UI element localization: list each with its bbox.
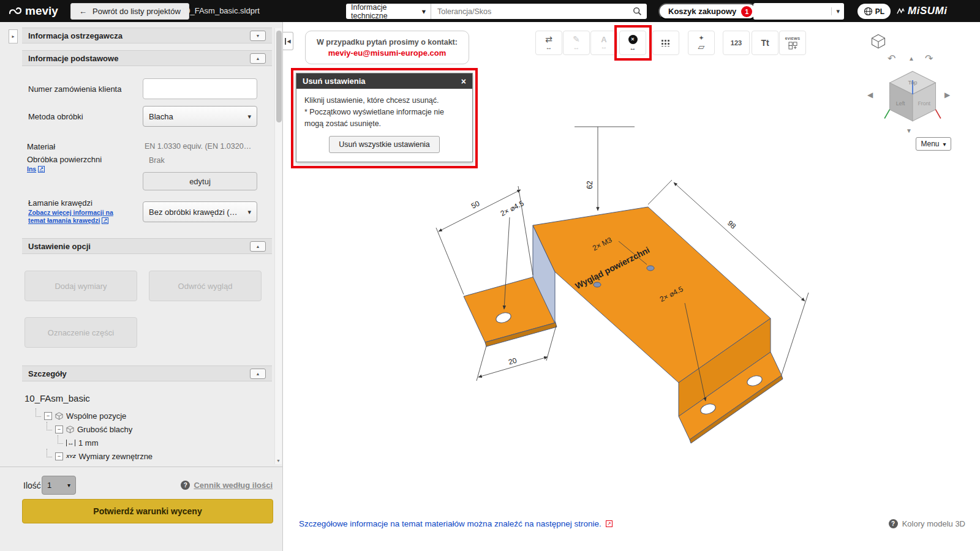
- ins-link[interactable]: Ins ↗: [27, 165, 45, 173]
- popup-text-1: Kliknij ustawienie, które chcesz usunąć.: [304, 95, 464, 107]
- back-to-projects-button[interactable]: ← Powrót do listy projektów: [70, 3, 189, 20]
- panel-header-details[interactable]: Szczegóły ▲: [22, 365, 272, 381]
- model-m3-hole-2[interactable]: [647, 266, 654, 271]
- sidebar-footer: Ilość 1 ▾ ? Cennik według ilości Potwier…: [0, 467, 282, 551]
- hole-pattern-button[interactable]: [652, 31, 679, 55]
- flip-appearance-button[interactable]: Odwróć wygląd: [149, 271, 262, 301]
- method-value: Blacha: [149, 112, 173, 121]
- view-cube-left-label[interactable]: Left: [896, 100, 905, 107]
- tilt-up-icon[interactable]: ▲: [908, 55, 914, 62]
- tree-node-outer-dimensions[interactable]: − XYZ Wymiary zewnętrzne: [47, 449, 153, 464]
- surface-label: Obróbka powierzchni: [27, 155, 102, 164]
- swap-views-button[interactable]: ⇄ ↔: [535, 31, 562, 55]
- collapse-bar: [285, 38, 286, 45]
- numbering-button[interactable]: 123: [723, 31, 750, 55]
- view-menu-button[interactable]: Menu ▾: [916, 137, 951, 151]
- add-dimensions-button[interactable]: Dodaj wymiary: [24, 271, 137, 301]
- view-cube-top-label[interactable]: Top: [908, 80, 917, 86]
- view-cube[interactable]: Top Left Front: [882, 65, 943, 126]
- scrollbar-down-arrow[interactable]: ▼: [275, 459, 282, 463]
- technical-info-select[interactable]: Informacje techniczne ▾: [346, 4, 431, 19]
- order-number-input[interactable]: [143, 78, 257, 99]
- tree-collapse-icon[interactable]: −: [55, 425, 63, 433]
- materials-info-link[interactable]: Szczegółowe informacje na temat materiał…: [299, 519, 612, 528]
- tree-root-node[interactable]: 10_FAsm_basic: [24, 393, 90, 403]
- rotate-left-icon[interactable]: ↶: [888, 53, 895, 64]
- cart-button[interactable]: Koszyk zakupowy 1: [658, 3, 757, 20]
- delete-all-settings-button[interactable]: Usuń wszystkie ustawienia: [329, 136, 440, 153]
- contact-line: W przypadku pytań prosimy o kontakt:: [317, 38, 458, 47]
- ins-link-label: Ins: [27, 165, 36, 173]
- materials-link-label: Szczegółowe informacje na temat materiał…: [299, 519, 601, 528]
- dim-62[interactable]: 62: [586, 181, 594, 189]
- dim-20[interactable]: 20: [508, 356, 518, 366]
- pencil-icon: ✎: [573, 35, 580, 43]
- edge-break-info-link[interactable]: Zobacz więcej informacji na: [28, 209, 113, 216]
- dim-holes-left[interactable]: 2× ⌀4.5: [499, 199, 526, 218]
- rotate-right-icon[interactable]: ↷: [925, 53, 933, 64]
- text-dimension-button[interactable]: A ↔: [590, 31, 617, 55]
- close-icon[interactable]: ×: [461, 77, 466, 86]
- panel-details-title: Szczegóły: [28, 369, 67, 378]
- contact-email-link[interactable]: meviy-eu@misumi-europe.com: [328, 48, 447, 58]
- edge-break-select[interactable]: Bez obróbki krawędzi (… ▾: [143, 201, 257, 222]
- panel-details-toggle-button[interactable]: ▲: [250, 369, 266, 379]
- dim-50[interactable]: 50: [470, 199, 481, 211]
- edge-break-info-link-2[interactable]: temat łamania krawędzi ↗: [28, 217, 108, 224]
- delete-dimension-button[interactable]: × ↔: [619, 31, 646, 55]
- xyz-axes-icon: XYZ: [66, 454, 76, 459]
- tree-collapse-icon[interactable]: −: [44, 412, 52, 420]
- warning-panel-expand-handle[interactable]: ▸: [9, 29, 18, 43]
- numbers-icon: 123: [731, 40, 742, 47]
- meviy-logo[interactable]: meviy: [9, 4, 58, 18]
- sidebar-scrollbar[interactable]: ▼: [274, 28, 282, 464]
- popup-body: Kliknij ustawienie, które chcesz usunąć.…: [296, 89, 472, 162]
- dim-98[interactable]: 98: [726, 219, 738, 231]
- method-select[interactable]: Blacha ▾: [143, 106, 257, 127]
- model-m3-hole-1[interactable]: [594, 282, 601, 287]
- search-icon[interactable]: [633, 7, 642, 16]
- chevron-up-icon: ▲: [256, 244, 260, 249]
- quantity-select[interactable]: 1 ▾: [42, 476, 76, 495]
- viewer-canvas[interactable]: ◀ W przypadku pytań prosimy o kontakt: m…: [283, 22, 980, 551]
- panel-warning-toggle-button[interactable]: ▼: [250, 31, 266, 41]
- letter-a-icon: A: [601, 36, 606, 43]
- confirm-quote-button[interactable]: Potwierdź warunki wyceny: [22, 499, 273, 523]
- panel-basic-title: Informacje podstawowe: [28, 54, 118, 63]
- tree-connector: [47, 449, 52, 457]
- external-link-icon: ↗: [102, 217, 108, 224]
- view-cube-front-label[interactable]: Front: [918, 100, 930, 107]
- six-views-label: 6VIEWS: [785, 37, 800, 41]
- six-views-button[interactable]: 6VIEWS: [779, 31, 806, 55]
- dimension-arrow-icon: ↔: [573, 44, 580, 51]
- search-input[interactable]: [431, 7, 633, 16]
- contact-box: W przypadku pytań prosimy o kontakt: mev…: [305, 31, 469, 64]
- external-link-icon: ↗: [606, 520, 612, 527]
- panel-header-basic-info[interactable]: Informacje podstawowe ▲: [22, 50, 272, 66]
- project-select[interactable]: ▾: [753, 3, 844, 20]
- chevron-down-icon: ▾: [247, 208, 251, 216]
- tilt-down-icon[interactable]: ▼: [906, 127, 912, 134]
- edit-dimension-button[interactable]: ✎ ↔: [563, 31, 590, 55]
- text-tool-button[interactable]: Tt: [752, 31, 778, 55]
- rotate-left-face-icon[interactable]: ◀: [867, 91, 873, 99]
- panel-header-warning[interactable]: Informacja ostrzegawcza ▼: [22, 28, 272, 43]
- edit-button[interactable]: edytuj: [143, 172, 257, 190]
- scrollbar-thumb[interactable]: [276, 31, 282, 122]
- panel-basic-toggle-button[interactable]: ▲: [250, 53, 266, 64]
- model-colors-link[interactable]: ? Kolory modelu 3D: [889, 519, 965, 528]
- sidebar-collapse-handle[interactable]: ◀: [283, 32, 293, 50]
- panel-header-options[interactable]: Ustawienie opcji ▲: [22, 238, 272, 254]
- surface-finish-button[interactable]: ✦ ▱: [688, 31, 715, 55]
- tree-collapse-icon[interactable]: −: [55, 452, 63, 460]
- quantity-pricing-link[interactable]: ? Cennik według ilości: [181, 481, 273, 490]
- help-icon: ?: [181, 481, 190, 490]
- rotate-right-face-icon[interactable]: ▶: [944, 91, 950, 99]
- isometric-view-icon[interactable]: [870, 33, 887, 49]
- popup-text-2: * Początkowo wyświetlane informacje nie …: [304, 107, 464, 130]
- views-grid-icon: [788, 42, 797, 50]
- language-selector[interactable]: PL: [858, 4, 891, 19]
- popup-header: Usuń ustawienia ×: [296, 73, 472, 89]
- panel-options-toggle-button[interactable]: ▲: [250, 241, 266, 252]
- part-marking-button[interactable]: Oznaczenie części: [24, 317, 137, 348]
